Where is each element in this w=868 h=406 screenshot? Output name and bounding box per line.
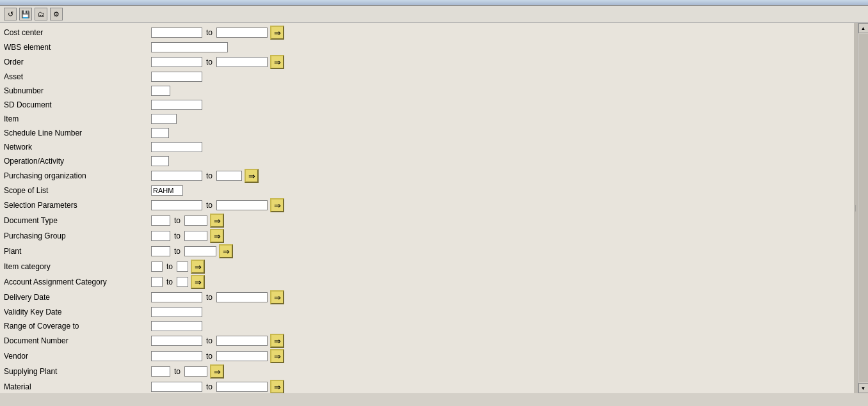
- choose-button[interactable]: [70, 13, 76, 15]
- input-to-account-assignment-category[interactable]: [177, 277, 188, 287]
- arrow-button-account-assignment-category[interactable]: ⇒: [191, 275, 205, 289]
- input-to-delivery-date[interactable]: [216, 292, 268, 302]
- input-range-of-coverage-to[interactable]: [151, 321, 202, 331]
- to-label: to: [174, 247, 181, 256]
- table-row: Orderto⇒: [4, 55, 850, 69]
- field-label-subnumber: Subnumber: [4, 86, 151, 95]
- toolbar: ↺ 💾 🗂 ⚙: [0, 6, 868, 23]
- field-label-item: Item: [4, 114, 151, 123]
- arrow-button-purchasing-group[interactable]: ⇒: [210, 229, 224, 243]
- input-to-selection-parameters[interactable]: [216, 200, 268, 210]
- scroll-down-button[interactable]: ▼: [858, 383, 869, 393]
- field-label-operation/activity: Operation/Activity: [4, 157, 151, 166]
- input-from-cost-center[interactable]: [151, 27, 202, 38]
- arrow-button-vendor[interactable]: ⇒: [270, 349, 284, 363]
- table-row: Item: [4, 113, 850, 125]
- input-from-account-assignment-category[interactable]: [151, 277, 163, 287]
- input-from-material[interactable]: [151, 382, 202, 392]
- table-row: Vendorto⇒: [4, 349, 850, 363]
- input-from-order[interactable]: [151, 57, 202, 67]
- command-icon[interactable]: ⚙: [50, 8, 63, 20]
- input-operation/activity[interactable]: [151, 156, 169, 166]
- back-icon[interactable]: ↺: [4, 8, 17, 20]
- title-bar: [0, 0, 868, 6]
- table-row: Supplying Plantto⇒: [4, 364, 850, 379]
- input-schedule-line-number[interactable]: [151, 128, 169, 138]
- input-to-item-category[interactable]: [177, 262, 188, 272]
- input-to-cost-center[interactable]: [216, 27, 268, 38]
- input-to-document-number[interactable]: [216, 336, 268, 346]
- local-file-icon[interactable]: 🗂: [35, 8, 47, 20]
- table-row: Range of Coverage to: [4, 320, 850, 332]
- field-label-delivery-date: Delivery Date: [4, 293, 151, 302]
- input-from-plant[interactable]: [151, 246, 170, 256]
- field-label-range-of-coverage-to: Range of Coverage to: [4, 322, 151, 331]
- table-row: Plantto⇒: [4, 244, 850, 258]
- input-network[interactable]: [151, 142, 202, 152]
- table-row: Selection Parametersto⇒: [4, 198, 850, 212]
- to-label: to: [174, 367, 181, 376]
- table-row: Cost centerto⇒: [4, 26, 850, 40]
- input-to-supplying-plant[interactable]: [184, 366, 207, 377]
- input-scope-of-list[interactable]: [151, 185, 183, 196]
- arrow-button-document-number[interactable]: ⇒: [270, 334, 284, 348]
- scroll-track[interactable]: [859, 34, 868, 382]
- input-from-delivery-date[interactable]: [151, 292, 202, 302]
- to-label: to: [206, 28, 213, 37]
- arrow-button-cost-center[interactable]: ⇒: [270, 26, 284, 40]
- table-row: Purchasing organizationto⇒: [4, 169, 850, 183]
- input-to-order[interactable]: [216, 57, 268, 67]
- table-row: Document Typeto⇒: [4, 214, 850, 228]
- field-label-scope-of-list: Scope of List: [4, 186, 151, 195]
- input-subnumber[interactable]: [151, 86, 170, 96]
- to-label: to: [174, 216, 181, 225]
- arrow-button-document-type[interactable]: ⇒: [210, 214, 224, 228]
- scroll-up-button[interactable]: ▲: [858, 23, 869, 33]
- table-row: Item categoryto⇒: [4, 260, 850, 274]
- arrow-button-material[interactable]: ⇒: [270, 380, 284, 393]
- field-label-validity-key-date: Validity Key Date: [4, 308, 151, 316]
- input-from-item-category[interactable]: [151, 262, 163, 272]
- input-wbs-element[interactable]: [151, 42, 228, 52]
- input-to-plant[interactable]: [184, 246, 216, 256]
- input-from-vendor[interactable]: [151, 351, 202, 361]
- input-from-document-number[interactable]: [151, 336, 202, 346]
- arrow-button-order[interactable]: ⇒: [270, 55, 284, 69]
- arrow-button-selection-parameters[interactable]: ⇒: [270, 198, 284, 212]
- table-row: Account Assignment Categoryto⇒: [4, 275, 850, 289]
- to-label: to: [206, 201, 213, 210]
- field-label-item-category: Item category: [4, 262, 151, 271]
- input-to-document-type[interactable]: [184, 215, 207, 226]
- arrow-button-purchasing-organization[interactable]: ⇒: [245, 169, 259, 183]
- input-from-supplying-plant[interactable]: [151, 366, 170, 377]
- input-validity-key-date[interactable]: [151, 307, 202, 317]
- field-label-plant: Plant: [4, 247, 151, 256]
- table-row: Purchasing Groupto⇒: [4, 229, 850, 243]
- input-to-vendor[interactable]: [216, 351, 268, 361]
- input-from-document-type[interactable]: [151, 215, 170, 226]
- table-row: WBS element: [4, 41, 850, 54]
- save-icon[interactable]: 💾: [19, 8, 32, 20]
- field-label-schedule-line-number: Schedule Line Number: [4, 129, 151, 137]
- field-label-account-assignment-category: Account Assignment Category: [4, 277, 151, 286]
- input-to-purchasing-group[interactable]: [184, 231, 207, 241]
- input-to-material[interactable]: [216, 382, 268, 392]
- arrow-button-delivery-date[interactable]: ⇒: [270, 290, 284, 304]
- input-to-purchasing-organization[interactable]: [216, 171, 242, 181]
- field-label-network: Network: [4, 143, 151, 152]
- arrow-button-plant[interactable]: ⇒: [219, 244, 233, 258]
- input-from-selection-parameters[interactable]: [151, 200, 202, 210]
- arrow-button-supplying-plant[interactable]: ⇒: [210, 364, 224, 379]
- table-row: Document Numberto⇒: [4, 334, 850, 348]
- input-sd-document[interactable]: [151, 100, 202, 110]
- input-from-purchasing-organization[interactable]: [151, 171, 202, 181]
- field-label-supplying-plant: Supplying Plant: [4, 367, 151, 376]
- input-item[interactable]: [151, 114, 177, 124]
- field-label-document-type: Document Type: [4, 216, 151, 225]
- input-asset[interactable]: [151, 72, 202, 82]
- field-label-purchasing-organization: Purchasing organization: [4, 171, 151, 180]
- input-from-purchasing-group[interactable]: [151, 231, 170, 241]
- to-label: to: [206, 382, 213, 391]
- arrow-button-item-category[interactable]: ⇒: [191, 260, 205, 274]
- table-row: SD Document: [4, 98, 850, 111]
